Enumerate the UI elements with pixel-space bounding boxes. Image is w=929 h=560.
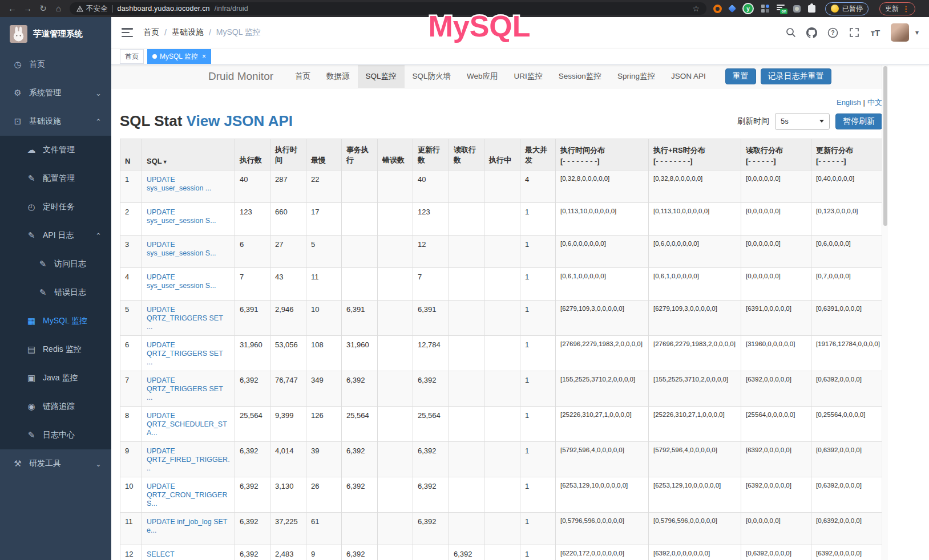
tab-mysql[interactable]: MySQL 监控× — [147, 49, 211, 64]
druid-nav-item-4[interactable]: Web应用 — [459, 65, 506, 88]
sidebar-item-log-center[interactable]: ✎日志中心 — [0, 421, 111, 449]
cell-max_concurrent: 1 — [520, 371, 556, 407]
sidebar-item-mysql[interactable]: ▦MySQL 监控 — [0, 307, 111, 335]
cell-exec_time: 43 — [270, 268, 306, 301]
cell-exec_count: 25,564 — [235, 407, 270, 442]
druid-nav-item-0[interactable]: 首页 — [287, 65, 318, 88]
sidebar-item-error-log[interactable]: ✎错误日志 — [0, 278, 111, 307]
sidebar-item-infra[interactable]: ⊡基础设施⌃ — [0, 107, 111, 136]
cell-update_rows: 7 — [413, 268, 449, 301]
sql-link[interactable]: UPDATE QRTZ_CRON_TRIGGERS... — [147, 482, 227, 508]
table-row: 2UPDATE sys_user_session S...12366017123… — [120, 203, 883, 236]
sql-stat-table: NSQL▼执行数执行时间最慢事务执行错误数更新行数读取行数执行中最大并发执行时间… — [120, 139, 883, 560]
cell-update_dist: [0,6392,0,0,0,0] — [811, 513, 883, 545]
breadcrumb: 首页/基础设施/MySQL 监控 — [143, 27, 261, 38]
sql-link[interactable]: UPDATE sys_user_session S... — [147, 208, 216, 225]
navbar-actions: ? тT ▾ — [785, 23, 919, 42]
orange-ring-extension-icon[interactable] — [713, 5, 722, 13]
back-icon[interactable]: ← — [5, 0, 20, 17]
bookmark-star-icon[interactable]: ☆ — [692, 4, 700, 13]
pause-refresh-button[interactable]: 暂停刷新 — [835, 113, 882, 129]
cell-running — [484, 407, 520, 442]
sql-link[interactable]: UPDATE sys_user_session S... — [147, 273, 216, 290]
tab-home[interactable]: 首页 — [120, 49, 144, 64]
cell-rs_dist: [0,6,1,0,0,0,0,0] — [649, 268, 741, 301]
browser-menu-icon[interactable]: ⋮ — [902, 5, 910, 13]
help-icon[interactable]: ? — [827, 27, 839, 38]
lang-english-link[interactable]: English — [837, 98, 861, 107]
reset-button[interactable]: 重置 — [725, 68, 756, 84]
column-header-sql[interactable]: SQL▼ — [142, 139, 235, 171]
cell-rs_dist: [0,6,0,0,0,0,0,0] — [649, 236, 741, 268]
user-avatar[interactable] — [891, 23, 909, 42]
sql-link[interactable]: UPDATE QRTZ_TRIGGERS SET ... — [147, 376, 223, 401]
sidebar-item-file[interactable]: ☁文件管理 — [0, 136, 111, 164]
druid-nav-item-7[interactable]: Spring监控 — [609, 65, 663, 88]
sidebar: 芋道管理系统 ◷首页⚙系统管理⌄⊡基础设施⌃☁文件管理✎配置管理◴定时任务✎AP… — [0, 17, 111, 560]
close-icon[interactable]: × — [202, 52, 206, 60]
reload-icon[interactable]: ↻ — [35, 0, 51, 17]
home-icon[interactable]: ⌂ — [51, 0, 66, 17]
search-icon[interactable] — [785, 27, 797, 38]
extensions-puzzle-icon[interactable] — [808, 5, 815, 13]
sidebar-item-label: Redis 监控 — [43, 344, 82, 355]
forward-icon[interactable]: → — [20, 0, 35, 17]
column-header-read_dist: 读取行分布[- - - - - -] — [741, 139, 811, 171]
sql-link[interactable]: UPDATE inf_job_log SET e... — [147, 518, 227, 534]
druid-nav-item-6[interactable]: Session监控 — [551, 65, 609, 88]
paused-badge[interactable]: 已暂停 — [825, 2, 869, 15]
sql-link[interactable]: SELECT TRIGGER_STATE — [147, 550, 205, 560]
cell-slowest: 126 — [306, 407, 342, 442]
sql-link[interactable]: UPDATE QRTZ_FIRED_TRIGGER... — [147, 447, 230, 472]
sql-link[interactable]: UPDATE QRTZ_SCHEDULER_STA... — [147, 412, 227, 437]
druid-brand[interactable]: Druid Monitor — [208, 70, 273, 83]
tab-label: 首页 — [125, 52, 139, 62]
iframe-scrollbar[interactable] — [882, 65, 888, 560]
table-row: 5UPDATE QRTZ_TRIGGERS SET ...6,3912,9461… — [120, 301, 883, 336]
sidebar-item-config[interactable]: ✎配置管理 — [0, 164, 111, 193]
sidebar-item-redis[interactable]: ▤Redis 监控 — [0, 335, 111, 364]
camera-extension-icon[interactable] — [793, 5, 801, 13]
druid-nav-item-2[interactable]: SQL监控 — [358, 65, 405, 88]
scrollbar-thumb[interactable] — [883, 66, 887, 226]
breadcrumb-item[interactable]: 首页 — [143, 27, 159, 38]
breadcrumb-item[interactable]: 基础设施 — [172, 27, 204, 38]
squares-extension-icon[interactable] — [761, 5, 769, 13]
view-json-api-link[interactable]: View JSON API — [187, 112, 293, 129]
cell-running — [484, 171, 520, 203]
druid-nav-item-1[interactable]: 数据源 — [318, 65, 358, 88]
log-and-reset-button[interactable]: 记录日志并重置 — [761, 68, 831, 84]
hamburger-icon[interactable] — [122, 28, 133, 37]
sidebar-item-java[interactable]: ▣Java 监控 — [0, 364, 111, 392]
chrome-update-button[interactable]: 更新 ⋮ — [879, 2, 915, 15]
sidebar-item-job[interactable]: ◴定时任务 — [0, 193, 111, 221]
font-size-icon[interactable]: тT — [870, 27, 881, 38]
lang-chinese-link[interactable]: 中文 — [867, 98, 882, 107]
sidebar-item-api-log[interactable]: ✎API 日志⌃ — [0, 221, 111, 250]
cell-tx: 6,392 — [342, 477, 378, 513]
address-bar[interactable]: 不安全 dashboard.yudao.iocoder.cn/infra/dru… — [70, 2, 706, 15]
cell-slowest: 61 — [306, 513, 342, 545]
refresh-interval-select[interactable]: 5s — [775, 113, 830, 130]
druid-nav-item-8[interactable]: JSON API — [663, 65, 714, 88]
sidebar-item-devtools[interactable]: ⚒研发工具⌄ — [0, 449, 111, 478]
sql-link[interactable]: UPDATE sys_user_session S... — [147, 241, 216, 257]
cell-update_rows: 25,564 — [413, 407, 449, 442]
list-on-extension-icon[interactable]: on — [777, 4, 786, 13]
cell-slowest: 108 — [306, 336, 342, 371]
sidebar-item-trace[interactable]: ◉链路追踪 — [0, 392, 111, 421]
sidebar-item-access-log[interactable]: ✎访问日志 — [0, 250, 111, 278]
sidebar-item-system[interactable]: ⚙系统管理⌄ — [0, 79, 111, 107]
sidebar-item-home[interactable]: ◷首页 — [0, 50, 111, 79]
druid-nav-item-3[interactable]: SQL防火墙 — [405, 65, 459, 88]
green-y-extension-icon[interactable]: y — [742, 3, 754, 14]
sql-link[interactable]: UPDATE sys_user_session ... — [147, 176, 211, 192]
security-warning[interactable]: 不安全 — [76, 4, 108, 14]
github-icon[interactable] — [806, 27, 818, 38]
fullscreen-icon[interactable] — [849, 27, 860, 38]
sql-link[interactable]: UPDATE QRTZ_TRIGGERS SET ... — [147, 306, 223, 331]
druid-nav-item-5[interactable]: URI监控 — [506, 65, 551, 88]
blue-gem-extension-icon[interactable] — [728, 5, 736, 13]
sql-link[interactable]: UPDATE QRTZ_TRIGGERS SET ... — [147, 341, 223, 366]
avatar-caret-icon[interactable]: ▾ — [915, 29, 919, 36]
